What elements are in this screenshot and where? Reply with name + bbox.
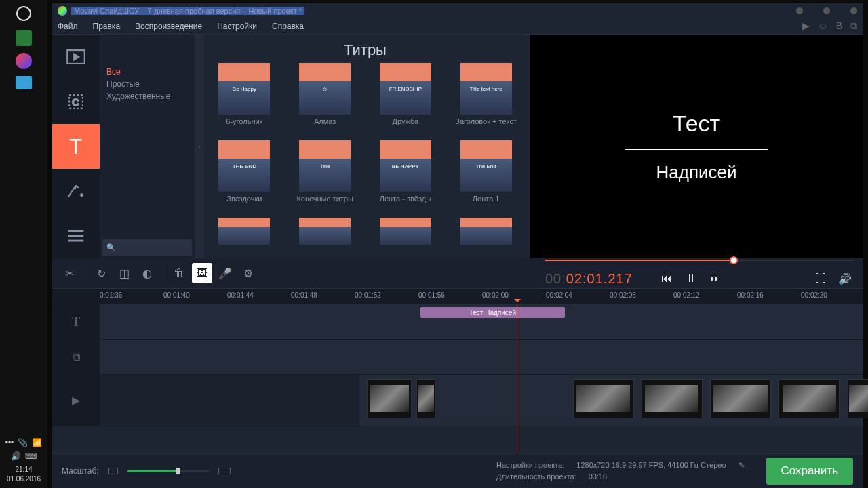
- preview-panel: Тест Надписей: [530, 35, 863, 258]
- playhead[interactable]: [517, 304, 517, 453]
- title-preset[interactable]: Be Happy6-угольник: [211, 63, 278, 135]
- category-panel: Все Простые Художественные 🔍 ×: [100, 35, 195, 258]
- delete-button[interactable]: 🗑: [169, 263, 189, 283]
- title-preset[interactable]: TitleКонечные титры: [292, 140, 359, 212]
- tray-volume-icon[interactable]: 🔊: [11, 451, 21, 461]
- os-start-icon[interactable]: [14, 4, 33, 23]
- app-window: Movavi СлайдШОУ – 7-дневная пробная верс…: [52, 3, 863, 488]
- title-preset[interactable]: BE HAPPYЛента - звёзды: [372, 140, 439, 212]
- title-preset[interactable]: [452, 218, 519, 245]
- svg-point-4: [81, 194, 83, 196]
- cut-button[interactable]: ✂: [59, 263, 79, 283]
- image-button[interactable]: 🖼: [192, 263, 212, 283]
- pause-button[interactable]: ⏸: [682, 269, 701, 288]
- track-video[interactable]: ▶: [52, 375, 863, 426]
- title-preset[interactable]: [211, 218, 278, 245]
- timeline-ruler[interactable]: 0:01:3600:01:4000:01:4400:01:4800:01:520…: [52, 288, 863, 304]
- tab-more[interactable]: [52, 214, 100, 258]
- window-title: Movavi СлайдШОУ – 7-дневная пробная верс…: [71, 7, 304, 15]
- track-titles[interactable]: T Тест Надписей: [52, 304, 863, 340]
- os-clock-time: 21:14: [0, 465, 47, 474]
- window-minimize-icon[interactable]: [796, 7, 803, 14]
- os-clock-date: 01.06.2016: [0, 474, 47, 484]
- project-settings-value: 868x488 16:9 29.97 FPS, 44100 Гц Стерео: [576, 461, 726, 470]
- mic-button[interactable]: 🎤: [215, 263, 235, 283]
- color-button[interactable]: ◐: [137, 263, 157, 283]
- title-preset[interactable]: The EndЛента 1: [452, 140, 519, 212]
- seek-bar[interactable]: [545, 255, 854, 266]
- video-clip[interactable]: [848, 379, 869, 418]
- settings-button[interactable]: ⚙: [238, 263, 258, 283]
- app-icon: [58, 6, 67, 16]
- os-app-icon-2[interactable]: [16, 53, 32, 69]
- video-clip[interactable]: [367, 379, 412, 418]
- fullscreen-button[interactable]: ⛶: [811, 269, 830, 288]
- category-all[interactable]: Все: [100, 66, 195, 78]
- prev-button[interactable]: ⏮: [657, 269, 676, 288]
- preview-text-1: Тест: [673, 110, 720, 137]
- collapse-panel-button[interactable]: ‹: [195, 35, 204, 258]
- zoom-fit-icon[interactable]: [218, 468, 231, 474]
- menu-edit[interactable]: Правка: [93, 22, 121, 31]
- os-app-icon-1[interactable]: [16, 30, 32, 46]
- ruler-tick: 0:01:36: [100, 291, 122, 299]
- menu-settings[interactable]: Настройки: [217, 22, 257, 31]
- title-preset[interactable]: Title text hereЗаголовок + текст: [452, 63, 519, 135]
- title-preset[interactable]: [292, 218, 359, 245]
- zoom-slider[interactable]: [127, 470, 209, 472]
- os-app-icon-3[interactable]: [16, 76, 32, 89]
- edit-settings-icon[interactable]: ✎: [738, 461, 745, 470]
- video-clip[interactable]: [710, 379, 771, 418]
- tray-more-icon[interactable]: •••: [5, 438, 14, 447]
- title-preset[interactable]: FRIENDSHIPДружба: [372, 63, 439, 135]
- menu-playback[interactable]: Воспроизведение: [135, 22, 202, 31]
- footer: Масштаб: Настройки проекта: 868x488 16:…: [52, 453, 863, 487]
- side-tabs: C T: [52, 35, 100, 258]
- tab-titles[interactable]: T: [52, 124, 100, 169]
- tray-keyboard-icon[interactable]: ⌨: [25, 451, 37, 461]
- share-icon[interactable]: ⧉: [850, 20, 857, 32]
- video-clip[interactable]: [573, 379, 634, 418]
- title-preset[interactable]: THE ENDЗвездочки: [211, 140, 278, 212]
- category-simple[interactable]: Простые: [100, 78, 195, 90]
- ruler-tick: 00:01:44: [227, 291, 254, 299]
- vk-icon[interactable]: B: [836, 20, 842, 32]
- video-clip[interactable]: [642, 379, 703, 418]
- toolbar: ✂ ↻ ◫ ◐ 🗑 🖼 🎤 ⚙: [52, 258, 863, 288]
- svg-text:C: C: [72, 97, 79, 108]
- ruler-tick: 00:02:16: [737, 291, 764, 299]
- track-overlay[interactable]: ⧉: [52, 340, 863, 375]
- title-preset[interactable]: [372, 218, 439, 245]
- track-overlay-head: ⧉: [52, 340, 100, 374]
- project-duration-label: Длительность проекта:: [496, 472, 576, 481]
- title-clip[interactable]: Тест Надписей: [420, 307, 566, 318]
- menu-help[interactable]: Справка: [272, 22, 304, 31]
- volume-button[interactable]: 🔊: [835, 269, 854, 288]
- timeline: 0:01:3600:01:4000:01:4400:01:4800:01:520…: [52, 288, 863, 453]
- tray-attach-icon[interactable]: 📎: [18, 438, 28, 447]
- category-search[interactable]: 🔍 ×: [102, 239, 192, 256]
- odnoklassniki-icon[interactable]: ☺: [818, 20, 827, 32]
- title-preset[interactable]: ◇Алмаз: [292, 63, 359, 135]
- category-artistic[interactable]: Художественные: [100, 90, 195, 102]
- menu-file[interactable]: Файл: [58, 22, 78, 31]
- track-video-head: ▶: [52, 375, 100, 426]
- video-clip[interactable]: [416, 379, 435, 418]
- zoom-out-icon[interactable]: [108, 468, 118, 474]
- tab-transitions[interactable]: [52, 169, 100, 214]
- window-close-icon[interactable]: [850, 7, 857, 14]
- rotate-button[interactable]: ↻: [91, 263, 111, 283]
- tab-filters[interactable]: C: [52, 79, 100, 124]
- ruler-tick: 00:02:12: [673, 291, 700, 299]
- project-settings-label: Настройки проекта:: [496, 461, 564, 470]
- youtube-icon[interactable]: ▶: [802, 20, 810, 32]
- next-button[interactable]: ⏭: [706, 269, 725, 288]
- video-clip[interactable]: [778, 379, 840, 418]
- zoom-label: Масштаб:: [62, 466, 99, 476]
- crop-button[interactable]: ◫: [114, 263, 134, 283]
- tray-wifi-icon[interactable]: 📶: [32, 438, 42, 447]
- window-maximize-icon[interactable]: [823, 7, 830, 14]
- preview-text-2: Надписей: [656, 162, 737, 183]
- tab-media[interactable]: [52, 35, 100, 79]
- save-button[interactable]: Сохранить: [766, 458, 853, 485]
